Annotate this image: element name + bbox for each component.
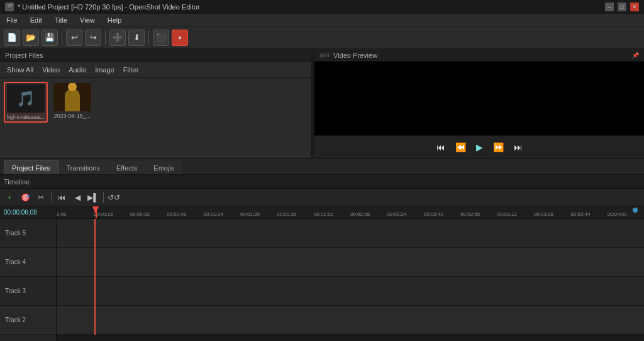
video-preview-header: ⊞⊟ Video Preview 📌 [314, 49, 644, 62]
fast-forward-button[interactable]: ⏩ [491, 141, 506, 154]
add-track-tl-button[interactable]: + [3, 191, 16, 204]
top-section: Project Files Show All Video Audio Image… [0, 49, 644, 158]
toolbar-separator-2 [105, 31, 106, 45]
rewind-button[interactable]: ⏪ [453, 141, 469, 154]
filter-video[interactable]: Video [40, 65, 62, 74]
title-bar-left: 🎬 * Untitled Project [HD 720p 30 fps] - … [5, 3, 200, 11]
track-label-4: Track 4 [0, 248, 56, 277]
toolbar-separator-1 [62, 31, 62, 45]
timeline-ruler-area: 00:00:06;08 Track 5 Track 4 Track 3 Trac… [0, 206, 644, 341]
video-preview-panel: ⊞⊟ Video Preview 📌 ⏮ ⏪ ▶ ⏩ ⏭ [314, 49, 644, 158]
next-marker-button[interactable]: ▶▌ [86, 191, 100, 204]
track-label-3: Track 3 [0, 277, 56, 306]
play-button[interactable]: ▶ [474, 141, 486, 154]
tab-effects[interactable]: Effects [108, 160, 145, 174]
file-item-audio[interactable]: 🎵 kgf-x-ratsasa... [4, 82, 48, 123]
skip-start-tl[interactable]: ⏮ [55, 191, 69, 204]
video-thumbnail [53, 83, 91, 111]
preview-pin-icon: 📌 [632, 52, 639, 59]
tab-transitions[interactable]: Transitions [58, 160, 108, 174]
filter-audio[interactable]: Audio [67, 65, 88, 74]
timecode-value: 00:00:06;08 [4, 209, 37, 216]
ruler-mark-7: 00:01:52 [314, 211, 333, 217]
project-files-filter: Show All Video Audio Image Filter [0, 62, 311, 78]
timeline-label: Timeline [4, 178, 30, 186]
ruler-mark-5: 00:01:20 [240, 211, 260, 217]
preview-icons: ⊞⊟ [319, 52, 330, 59]
menu-view[interactable]: View [77, 15, 97, 25]
ruler-mark-10: 00:02:40 [424, 211, 443, 217]
timecode-display: 00:00:06;08 [0, 206, 56, 219]
app-icon: 🎬 [5, 3, 14, 11]
ruler-mark-3: 00:00:48 [167, 211, 186, 217]
center-playhead-button[interactable]: 🎯 [18, 191, 32, 204]
add-track-button[interactable]: ➕ [109, 30, 126, 46]
person-head [68, 83, 77, 91]
file-item-video[interactable]: 2023-06-15_... [50, 82, 94, 123]
track-row-4 [57, 248, 644, 277]
audio-thumbnail: 🎵 [7, 84, 45, 113]
video-preview-title: Video Preview [333, 52, 377, 59]
track-labels: 00:00:06;08 Track 5 Track 4 Track 3 Trac… [0, 206, 57, 341]
skip-end-button[interactable]: ⏭ [511, 141, 525, 154]
ruler-mark-2: 00:00:32 [130, 211, 150, 217]
toolbar: 📄 📂 💾 ↩ ↪ ➕ ⬇ ⬛ ● [0, 26, 644, 49]
bottom-section: Project Files Transitions Effects Emojis… [0, 158, 644, 341]
menu-file[interactable]: File [4, 15, 20, 25]
track-row-2 [57, 306, 644, 335]
ruler-mark-4: 00:01:04 [204, 211, 223, 217]
maximize-button[interactable]: □ [618, 3, 626, 11]
razor-button[interactable]: ✂ [34, 191, 48, 204]
project-files-content: 🎵 kgf-x-ratsasa... 2023-06-15_... [0, 78, 311, 158]
ruler-mark-12: 00:03:12 [497, 211, 517, 217]
ruler-mark-15: 00:04:00 [608, 211, 627, 217]
tabs-bar: Project Files Transitions Effects Emojis [0, 159, 644, 175]
ruler-progress-indicator [633, 208, 638, 213]
tab-emojis[interactable]: Emojis [145, 160, 182, 174]
ruler-mark-9: 00:02:24 [387, 211, 406, 217]
new-button[interactable]: 📄 [4, 30, 20, 46]
close-button[interactable]: ✕ [630, 3, 639, 11]
undo-button[interactable]: ↩ [66, 30, 82, 46]
video-file-label: 2023-06-15_... [52, 113, 93, 119]
filter-image[interactable]: Image [93, 65, 116, 74]
prev-frame-button[interactable]: ◀ [70, 191, 84, 204]
track-label-5: Track 5 [0, 219, 56, 248]
redo-button[interactable]: ↪ [85, 30, 101, 46]
ruler-mark-14: 00:03:44 [570, 211, 590, 217]
menu-edit[interactable]: Edit [28, 15, 45, 25]
menu-help[interactable]: Help [105, 15, 125, 25]
timeline-header: Timeline [0, 175, 644, 189]
video-preview-thumb [53, 83, 91, 111]
track-row-3 [57, 277, 644, 306]
timeline-ruler[interactable]: 0:0000:00:1600:00:3200:00:4800:01:0400:0… [57, 206, 644, 219]
person-silhouette [65, 89, 80, 111]
window-title: * Untitled Project [HD 720p 30 fps] - Op… [18, 3, 200, 11]
main-content: Project Files Show All Video Audio Image… [0, 49, 644, 341]
ruler-mark-6: 00:01:36 [277, 211, 296, 217]
open-button[interactable]: 📂 [23, 30, 39, 46]
video-preview-screen[interactable] [314, 62, 644, 135]
import-button[interactable]: ⬇ [128, 30, 145, 46]
save-button[interactable]: 💾 [42, 30, 58, 46]
filter-filter[interactable]: Filter [121, 65, 140, 74]
title-bar: 🎬 * Untitled Project [HD 720p 30 fps] - … [0, 0, 644, 14]
menu-title[interactable]: Title [52, 15, 70, 25]
minimize-button[interactable]: ─ [605, 3, 614, 11]
window-controls: ─ □ ✕ [605, 3, 639, 11]
record-button[interactable]: ⬛ [153, 30, 169, 46]
music-icon: 🎵 [16, 90, 35, 108]
ruler-mark-0: 0:00 [57, 211, 67, 217]
track-row-5 [57, 219, 644, 248]
ruler-mark-8: 00:02:08 [350, 211, 370, 217]
timeline-tracks[interactable] [57, 219, 644, 335]
tl-sep-2 [103, 193, 104, 203]
filter-show-all[interactable]: Show All [5, 65, 35, 74]
render-button[interactable]: ● [172, 30, 188, 46]
skip-start-button[interactable]: ⏮ [434, 141, 448, 154]
tab-project-files[interactable]: Project Files [4, 160, 58, 174]
timeline-scrollbar[interactable] [57, 335, 644, 341]
timeline-toolbar: + 🎯 ✂ ⏮ ◀ ▶▌ ↺↺ [0, 189, 644, 206]
ruler-mark-13: 00:03:28 [534, 211, 553, 217]
loop-button[interactable]: ↺↺ [107, 191, 121, 204]
